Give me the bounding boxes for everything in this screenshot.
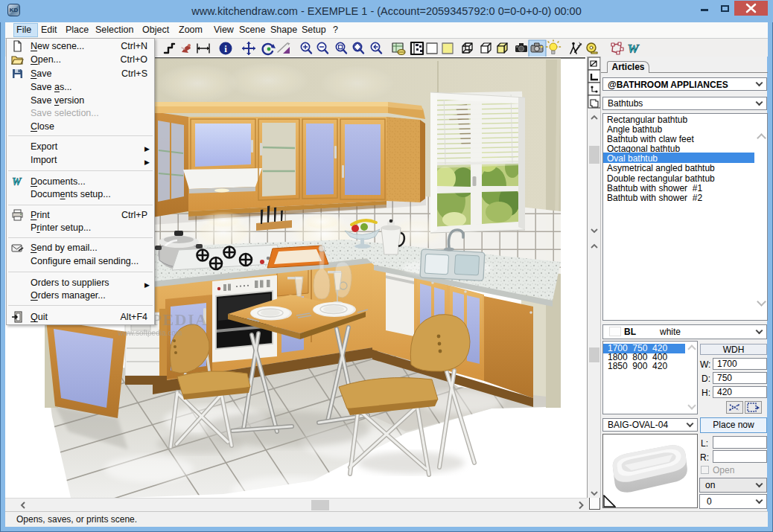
svg-text:www.softpedia.com: www.softpedia.com — [117, 329, 182, 337]
svg-text:i: i — [224, 43, 227, 54]
svg-text:W: W — [627, 42, 640, 56]
svg-text:W: W — [12, 176, 22, 188]
